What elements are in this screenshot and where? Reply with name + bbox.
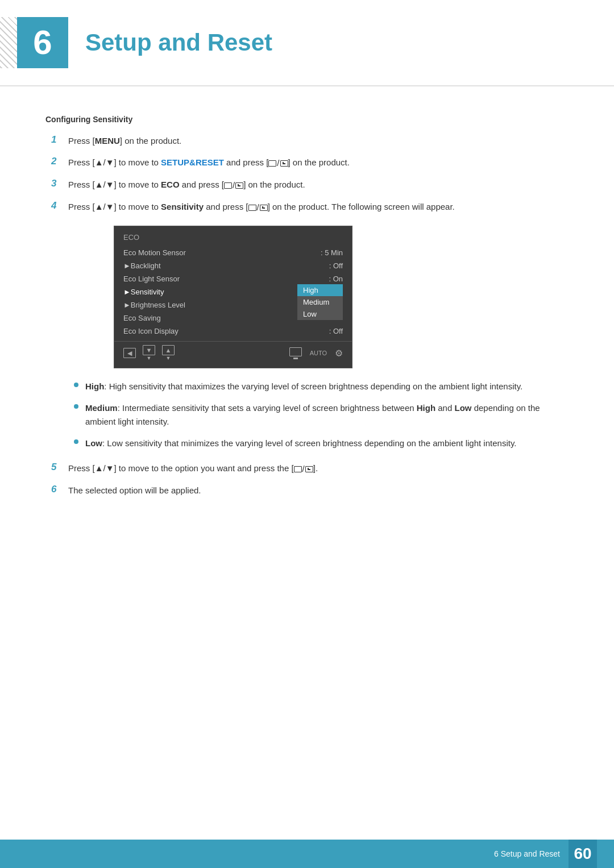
main-content: Configuring Sensitivity 1 Press [MENU] o… [0, 86, 614, 554]
eco-row-light-sensor: Eco Light Sensor : On [114, 272, 352, 285]
menu-key: MENU [95, 136, 120, 146]
eco-menu-bottom: ◀ ▼ ▼ ▲ ▼ [114, 341, 352, 363]
eco-row-motion-sensor: Eco Motion Sensor : 5 Min [114, 246, 352, 259]
bullet-list: High: High sensitivity that maximizes th… [68, 380, 569, 450]
page-footer: 6 Setup and Reset 60 [0, 840, 614, 868]
eco-row-value-1: : 5 Min [321, 248, 343, 257]
step-2: 2 Press [▲/▼] to move to SETUP&RESET and… [45, 156, 569, 170]
option-medium: Medium [297, 296, 343, 308]
step-text-2: Press [▲/▼] to move to SETUP&RESET and p… [68, 156, 350, 170]
settings-icon: ⚙ [335, 348, 343, 359]
chapter-header: 6 Setup and Reset [0, 0, 614, 86]
eco-key: ECO [161, 180, 180, 189]
eco-row-label-4: ►Sensitivity [123, 288, 164, 296]
low-ref: Low [454, 403, 471, 413]
eco-row-label-7: Eco Icon Display [123, 327, 179, 335]
up-arrow-icon: ▲ ▼ [162, 345, 175, 361]
step-5: 5 Press [▲/▼] to move to the option you … [45, 462, 569, 476]
high-ref: High [417, 403, 435, 413]
step-number-5: 5 [51, 462, 68, 473]
chapter-number-box: 6 [17, 17, 68, 68]
eco-row-label-1: Eco Motion Sensor [123, 248, 186, 257]
eco-screen-container: ECO Eco Motion Sensor : 5 Min ►Backlight… [114, 226, 352, 368]
step-number-4: 4 [51, 200, 68, 211]
bullet-high: High: High sensitivity that maximizes th… [68, 380, 569, 393]
footer-page-number: 60 [569, 840, 597, 868]
eco-row-label-2: ►Backlight [123, 261, 161, 270]
setup-reset-key: SETUP&RESET [161, 157, 224, 167]
eco-row-value-2: : Off [329, 261, 343, 270]
eco-bottom-right-icons: AUTO ⚙ [289, 345, 343, 361]
eco-menu: ECO Eco Motion Sensor : 5 Min ►Backlight… [114, 226, 352, 368]
medium-label: Medium [85, 403, 118, 413]
bullet-dot-low [74, 439, 78, 444]
eco-bottom-nav-icons: ◀ ▼ ▼ ▲ ▼ [123, 345, 175, 361]
bullet-dot-medium [74, 404, 78, 409]
bullet-text-low: Low: Low sensitivity that minimizes the … [85, 437, 516, 450]
step-text-1: Press [MENU] on the product. [68, 134, 181, 148]
bullet-low: Low: Low sensitivity that minimizes the … [68, 437, 569, 450]
section-heading: Configuring Sensitivity [45, 115, 569, 124]
steps-list-bottom: 5 Press [▲/▼] to move to the option you … [45, 462, 569, 497]
eco-row-value-7: : Off [329, 327, 343, 335]
steps-list: 1 Press [MENU] on the product. 2 Press [… [45, 134, 569, 214]
step-4: 4 Press [▲/▼] to move to Sensitivity and… [45, 200, 569, 214]
option-low: Low [297, 308, 343, 320]
step-text-6: The selected option will be applied. [68, 484, 201, 497]
bullet-dot-high [74, 383, 78, 387]
eco-row-value-3: : On [329, 275, 343, 283]
eco-row-label-6: Eco Saving [123, 314, 161, 322]
step-text-3: Press [▲/▼] to move to ECO and press [/]… [68, 178, 305, 192]
low-label: Low [85, 438, 102, 448]
bullet-medium: Medium: Intermediate sensitivity that se… [68, 401, 569, 429]
option-high: High [297, 284, 343, 296]
step-3: 3 Press [▲/▼] to move to ECO and press [… [45, 178, 569, 192]
footer-text: 6 Setup and Reset [494, 849, 560, 858]
step-number-2: 2 [51, 156, 68, 167]
chapter-title: Setup and Reset [85, 29, 272, 56]
eco-menu-title: ECO [114, 233, 352, 246]
step-number-6: 6 [51, 484, 68, 495]
step-6: 6 The selected option will be applied. [45, 484, 569, 497]
eco-row-label-3: Eco Light Sensor [123, 275, 180, 283]
eco-row-label-5: ►Brightness Level [123, 301, 185, 309]
step-text-5: Press [▲/▼] to move to the option you wa… [68, 462, 318, 476]
eco-row-backlight: ►Backlight : Off [114, 259, 352, 272]
eco-row-sensitivity: ►Sensitivity : High Medium Low [114, 285, 352, 298]
high-label: High [85, 381, 104, 391]
sensitivity-key: Sensitivity [161, 202, 204, 211]
auto-label: AUTO [310, 350, 327, 356]
step-1: 1 Press [MENU] on the product. [45, 134, 569, 148]
sensitivity-dropdown: High Medium Low [297, 284, 343, 320]
step-number-1: 1 [51, 134, 68, 146]
left-arrow-icon: ◀ [123, 348, 136, 358]
bullet-text-high: High: High sensitivity that maximizes th… [85, 380, 522, 393]
down-arrow-icon: ▼ ▼ [143, 345, 155, 361]
chapter-number: 6 [33, 26, 52, 60]
bullet-text-medium: Medium: Intermediate sensitivity that se… [85, 401, 569, 429]
step-number-3: 3 [51, 178, 68, 189]
step-text-4: Press [▲/▼] to move to Sensitivity and p… [68, 200, 455, 214]
eco-row-icon-display: Eco Icon Display : Off [114, 325, 352, 338]
monitor-icon [289, 347, 302, 359]
